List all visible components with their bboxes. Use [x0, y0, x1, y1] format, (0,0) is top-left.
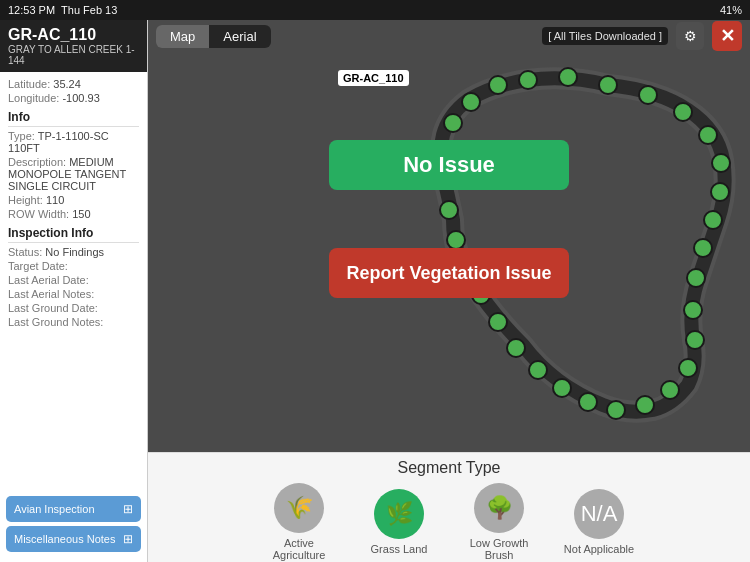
info-fields: Type: TP-1-1100-SC 110FTDescription: MED… [8, 130, 139, 220]
svg-point-6 [712, 154, 730, 172]
all-tiles-badge: [ All Tiles Downloaded ] [542, 27, 668, 45]
svg-point-14 [661, 381, 679, 399]
map-toolbar: MapAerial [ All Tiles Downloaded ] ⚙ ✕ [148, 20, 750, 52]
segment-label-3: Not Applicable [564, 543, 634, 555]
svg-point-11 [684, 301, 702, 319]
segment-title: Segment Type [398, 459, 501, 477]
segment-icon-1: 🌿 [374, 489, 424, 539]
svg-point-10 [687, 269, 705, 287]
svg-point-8 [704, 211, 722, 229]
app-container: GR-AC_110 GRAY TO ALLEN CREEK 1-144 Lati… [0, 20, 750, 562]
svg-point-28 [444, 114, 462, 132]
svg-point-15 [636, 396, 654, 414]
svg-point-9 [694, 239, 712, 257]
segment-label-0: Active Agriculture [259, 537, 339, 561]
gear-button[interactable]: ⚙ [676, 22, 704, 50]
sidebar-btn-0[interactable]: Avian Inspection⊞ [6, 496, 141, 522]
svg-point-13 [679, 359, 697, 377]
svg-point-12 [686, 331, 704, 349]
segment-icon-2: 🌳 [474, 483, 524, 533]
inspection-field-row: Last Ground Date: [8, 302, 139, 314]
map-route-svg [148, 20, 750, 452]
svg-point-5 [699, 126, 717, 144]
segment-option-3[interactable]: N/ANot Applicable [559, 489, 639, 555]
map-tabs: MapAerial [156, 25, 271, 48]
segment-panel: Segment Type 🌾Active Agriculture🌿Grass L… [148, 452, 750, 562]
svg-point-16 [607, 401, 625, 419]
lat-value: 35.24 [53, 78, 81, 90]
map-right-controls: [ All Tiles Downloaded ] ⚙ ✕ [542, 21, 742, 51]
sidebar-btn-1[interactable]: Miscellaneous Notes⊞ [6, 526, 141, 552]
segment-option-2[interactable]: 🌳Low Growth Brush [459, 483, 539, 561]
segment-options: 🌾Active Agriculture🌿Grass Land🌳Low Growt… [259, 483, 639, 561]
segment-option-1[interactable]: 🌿Grass Land [359, 489, 439, 555]
info-field-row: Description: MEDIUM MONOPOLE TANGENT SIN… [8, 156, 139, 192]
info-section-title: Info [8, 110, 139, 127]
segment-label-1: Grass Land [371, 543, 428, 555]
svg-point-20 [507, 339, 525, 357]
sidebar-header: GR-AC_110 GRAY TO ALLEN CREEK 1-144 [0, 20, 147, 72]
lon-value: -100.93 [62, 92, 99, 104]
lat-row: Latitude: 35.24 [8, 78, 139, 90]
sidebar-subtitle: GRAY TO ALLEN CREEK 1-144 [8, 44, 139, 66]
sidebar-info: Latitude: 35.24 Longitude: -100.93 Info … [0, 72, 147, 492]
sidebar-buttons: Avian Inspection⊞Miscellaneous Notes⊞ [0, 492, 147, 556]
sidebar-title: GR-AC_110 [8, 26, 139, 44]
info-field-row: ROW Width: 150 [8, 208, 139, 220]
segment-icon-0: 🌾 [274, 483, 324, 533]
segment-option-0[interactable]: 🌾Active Agriculture [259, 483, 339, 561]
svg-point-2 [599, 76, 617, 94]
svg-point-29 [462, 93, 480, 111]
lon-row: Longitude: -100.93 [8, 92, 139, 104]
no-issue-button[interactable]: No Issue [329, 140, 569, 190]
inspection-fields: Status: No FindingsTarget Date: Last Aer… [8, 246, 139, 328]
svg-point-24 [447, 231, 465, 249]
inspection-field-row: Last Aerial Notes: [8, 288, 139, 300]
map-tab-map[interactable]: Map [156, 25, 209, 48]
lon-label: Longitude: [8, 92, 59, 104]
svg-point-0 [519, 71, 537, 89]
segment-label-2: Low Growth Brush [459, 537, 539, 561]
sidebar: GR-AC_110 GRAY TO ALLEN CREEK 1-144 Lati… [0, 20, 148, 562]
map-tab-aerial[interactable]: Aerial [209, 25, 270, 48]
inspection-field-row: Status: No Findings [8, 246, 139, 258]
status-battery: 41% [720, 4, 742, 16]
segment-icon-3: N/A [574, 489, 624, 539]
info-field-row: Type: TP-1-1100-SC 110FT [8, 130, 139, 154]
info-field-row: Height: 110 [8, 194, 139, 206]
lat-label: Latitude: [8, 78, 50, 90]
inspection-section-title: Inspection Info [8, 226, 139, 243]
svg-point-19 [529, 361, 547, 379]
svg-point-3 [639, 86, 657, 104]
svg-point-4 [674, 103, 692, 121]
svg-point-25 [440, 201, 458, 219]
svg-point-7 [711, 183, 729, 201]
svg-point-1 [559, 68, 577, 86]
svg-point-21 [489, 313, 507, 331]
status-day: Thu Feb 13 [61, 4, 117, 16]
map-canvas: GR-AC_110 No Issue Report Vegetation Iss… [148, 20, 750, 452]
inspection-field-row: Target Date: [8, 260, 139, 272]
tower-label: GR-AC_110 [338, 70, 409, 86]
svg-point-18 [553, 379, 571, 397]
status-bar: 12:53 PM Thu Feb 13 41% [0, 0, 750, 20]
close-button[interactable]: ✕ [712, 21, 742, 51]
report-vegetation-button[interactable]: Report Vegetation Issue [329, 248, 569, 298]
svg-point-17 [579, 393, 597, 411]
inspection-field-row: Last Ground Notes: [8, 316, 139, 328]
status-time: 12:53 PM [8, 4, 55, 16]
svg-point-30 [489, 76, 507, 94]
map-area: GR-AC_110 No Issue Report Vegetation Iss… [148, 20, 750, 562]
inspection-field-row: Last Aerial Date: [8, 274, 139, 286]
